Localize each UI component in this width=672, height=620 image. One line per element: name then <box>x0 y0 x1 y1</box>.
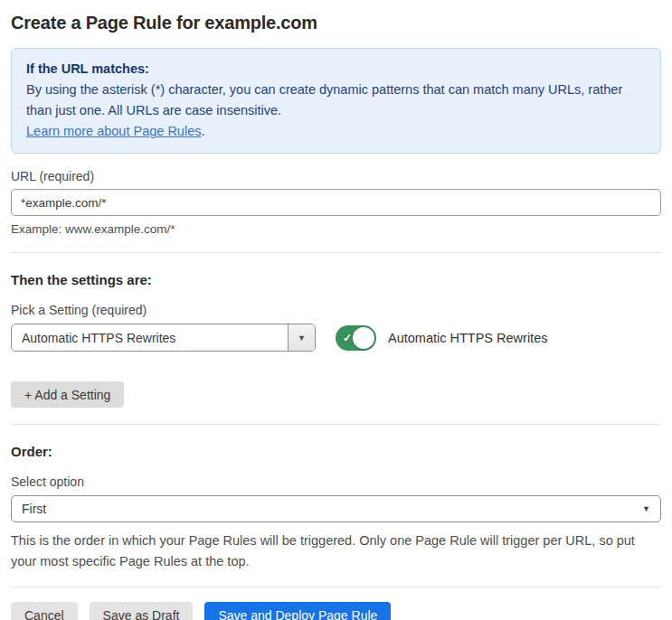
url-field-helper: Example: www.example.com/* <box>11 222 661 236</box>
toggle-label: Automatic HTTPS Rewrites <box>388 331 547 345</box>
divider <box>11 587 661 587</box>
url-field-label: URL (required) <box>11 169 661 183</box>
order-select-value: First <box>22 502 642 516</box>
divider <box>11 424 661 425</box>
url-matches-info-box: If the URL matches: By using the asteris… <box>11 48 661 154</box>
order-section-heading: Order: <box>11 444 661 459</box>
save-and-deploy-button[interactable]: Save and Deploy Page Rule <box>204 602 391 620</box>
cancel-button[interactable]: Cancel <box>11 602 78 620</box>
caret-down-icon: ▼ <box>642 504 650 513</box>
create-page-rule-form: Create a Page Rule for example.com If th… <box>0 0 672 620</box>
save-as-draft-button[interactable]: Save as Draft <box>90 602 194 620</box>
setting-dropdown-value: Automatic HTTPS Rewrites <box>12 324 288 351</box>
add-setting-button[interactable]: + Add a Setting <box>11 381 124 408</box>
order-select-label: Select option <box>11 474 661 489</box>
setting-dropdown[interactable]: Automatic HTTPS Rewrites ▼ <box>11 324 316 352</box>
caret-down-icon[interactable]: ▼ <box>288 324 315 351</box>
order-select[interactable]: First ▼ <box>11 495 661 522</box>
setting-row: Automatic HTTPS Rewrites ▼ ✓ Automatic H… <box>11 324 661 352</box>
info-box-heading: If the URL matches: <box>26 59 646 80</box>
order-helper-text: This is the order in which your Page Rul… <box>11 531 661 572</box>
https-rewrites-toggle[interactable]: ✓ <box>336 325 376 351</box>
check-icon: ✓ <box>343 333 352 343</box>
setting-toggle-group: ✓ Automatic HTTPS Rewrites <box>336 325 547 351</box>
info-box-body: By using the asterisk (*) character, you… <box>26 80 646 121</box>
link-suffix: . <box>201 124 204 138</box>
footer-actions: Cancel Save as Draft Save and Deploy Pag… <box>11 602 661 620</box>
toggle-knob <box>353 327 374 349</box>
divider <box>11 252 661 253</box>
url-input[interactable] <box>11 189 661 216</box>
page-title: Create a Page Rule for example.com <box>11 13 661 33</box>
settings-section-heading: Then the settings are: <box>11 272 661 287</box>
info-box-link-line: Learn more about Page Rules. <box>26 121 646 142</box>
pick-setting-label: Pick a Setting (required) <box>11 303 661 317</box>
learn-more-link[interactable]: Learn more about Page Rules <box>26 124 201 138</box>
